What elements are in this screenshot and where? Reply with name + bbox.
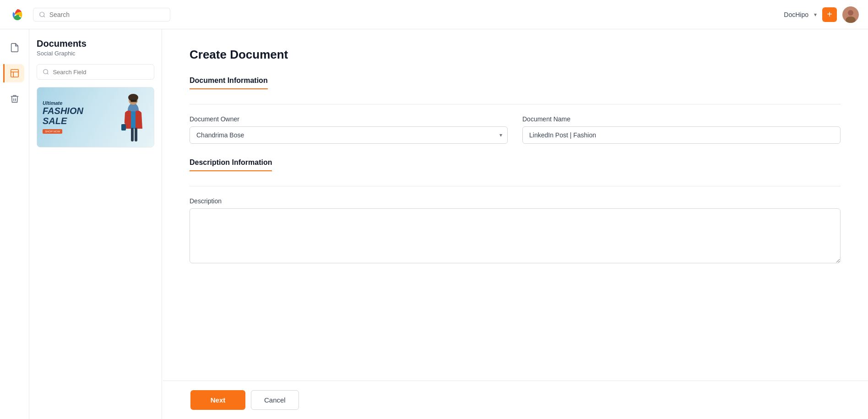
svg-point-1 xyxy=(40,12,44,16)
svg-rect-11 xyxy=(131,128,134,141)
description-group: Description xyxy=(190,197,841,263)
document-name-input[interactable] xyxy=(522,126,841,144)
fashion-figure xyxy=(84,87,154,147)
document-owner-label: Document Owner xyxy=(190,115,508,123)
main-content: Create Document Document Information Doc… xyxy=(162,29,868,419)
svg-point-3 xyxy=(848,10,853,16)
document-name-label: Document Name xyxy=(522,115,841,123)
fashion-text-block: Ultimate FASHION SALE SHOP NOW xyxy=(43,100,83,134)
left-panel: Documents Social Graphic Ultimate FASHIO… xyxy=(29,29,162,419)
doc-info-header: Document Information xyxy=(190,76,841,100)
search-bar[interactable] xyxy=(33,8,170,22)
left-panel-title: Documents xyxy=(37,38,154,49)
next-button[interactable]: Next xyxy=(190,390,245,410)
main-layout: Documents Social Graphic Ultimate FASHIO… xyxy=(0,29,868,419)
svg-rect-10 xyxy=(131,111,136,129)
sidebar-item-trash[interactable] xyxy=(5,90,24,108)
svg-rect-12 xyxy=(135,128,137,141)
topnav-right: DocHipo ▾ + xyxy=(784,6,859,23)
user-avatar[interactable] xyxy=(842,6,859,23)
top-navigation: DocHipo ▾ + xyxy=(0,0,868,29)
document-owner-group: Document Owner Chandrima Bose ▾ xyxy=(190,115,508,144)
svg-point-6 xyxy=(43,70,48,74)
document-owner-select-wrapper: Chandrima Bose ▾ xyxy=(190,126,508,144)
svg-rect-14 xyxy=(130,100,137,102)
template-thumbnail: Ultimate FASHION SALE SHOP NOW xyxy=(37,87,154,147)
template-search-bar[interactable] xyxy=(37,64,154,80)
search-icon xyxy=(39,11,46,18)
left-panel-subtitle: Social Graphic xyxy=(37,50,154,57)
svg-rect-13 xyxy=(121,124,126,131)
description-textarea[interactable] xyxy=(190,208,841,263)
desc-info-title: Description Information xyxy=(190,158,272,171)
topnav-left xyxy=(9,6,170,23)
sidebar-item-templates[interactable] xyxy=(3,64,24,82)
template-card[interactable]: Ultimate FASHION SALE SHOP NOW xyxy=(37,87,154,147)
description-information-section: Description Information Description xyxy=(190,158,841,263)
sidebar-item-documents[interactable] xyxy=(5,38,24,57)
desc-info-header: Description Information xyxy=(190,158,841,182)
add-button[interactable]: + xyxy=(822,7,837,22)
footer-actions: Next Cancel xyxy=(163,381,868,419)
fashion-fashion: FASHION xyxy=(43,106,83,116)
user-dropdown-chevron[interactable]: ▾ xyxy=(814,11,817,18)
document-owner-select[interactable]: Chandrima Bose xyxy=(190,126,508,144)
fashion-sale: SALE xyxy=(43,116,83,126)
document-name-group: Document Name xyxy=(522,115,841,144)
template-search-icon xyxy=(43,68,49,76)
app-logo[interactable] xyxy=(9,6,26,23)
cancel-button[interactable]: Cancel xyxy=(251,390,299,410)
doc-info-title: Document Information xyxy=(190,76,268,89)
document-information-section: Document Information Document Owner Chan… xyxy=(190,76,841,144)
page-title: Create Document xyxy=(190,48,841,62)
sidebar-icons xyxy=(0,29,29,419)
doc-info-form-row: Document Owner Chandrima Bose ▾ Document… xyxy=(190,115,841,144)
description-label: Description xyxy=(190,197,841,205)
desc-info-divider xyxy=(190,186,841,186)
fashion-ultimate: Ultimate xyxy=(43,100,83,106)
template-search-input[interactable] xyxy=(53,69,148,76)
user-name-label: DocHipo xyxy=(784,11,808,18)
doc-info-divider xyxy=(190,104,841,104)
svg-rect-5 xyxy=(11,70,18,77)
search-input[interactable] xyxy=(49,11,164,18)
fashion-shop-btn: SHOP NOW xyxy=(43,129,62,134)
